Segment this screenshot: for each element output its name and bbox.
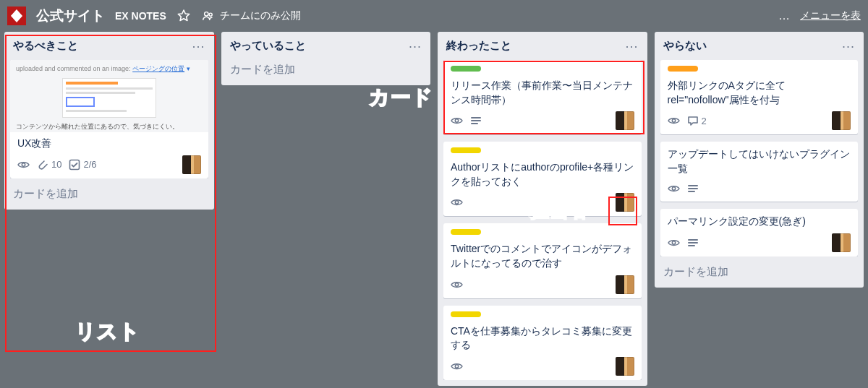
label-green[interactable]	[451, 66, 481, 72]
visibility-label: チームにのみ公開	[220, 9, 301, 22]
watch-badge	[451, 361, 463, 372]
watch-badge	[451, 279, 463, 290]
member-avatar[interactable]	[182, 155, 201, 174]
board-canvas: やるべきこと ··· uploaded and commented on an …	[0, 32, 868, 388]
cover-caption: uploaded and commented on an image:	[16, 65, 131, 72]
eye-icon	[451, 361, 463, 372]
card-title: 外部リンクのAタグに全てrel="nofollow"属性を付与	[668, 79, 851, 107]
eye-icon	[451, 279, 463, 290]
watch-badge	[668, 183, 680, 194]
eye-icon	[668, 183, 680, 194]
label-yellow[interactable]	[451, 229, 481, 235]
add-card-button[interactable]: カードを追加	[660, 262, 859, 282]
label-yellow[interactable]	[451, 147, 481, 153]
description-badge	[687, 237, 699, 249]
team-icon	[201, 9, 216, 23]
show-menu-button[interactable]: メニューを表	[800, 9, 861, 22]
member-avatar[interactable]	[616, 275, 634, 294]
app-logo[interactable]	[7, 7, 26, 25]
comments-badge: 2	[687, 115, 707, 126]
card-plugins[interactable]: アップデートしてはいけないプラグイン一覧	[660, 142, 859, 202]
member-avatar[interactable]	[832, 111, 851, 130]
list-menu-button[interactable]: ···	[409, 43, 422, 50]
card-title: UX改善	[17, 137, 201, 151]
description-icon	[687, 183, 699, 194]
comment-icon	[687, 115, 699, 126]
checklist-badge: 2/6	[69, 159, 96, 171]
star-icon[interactable]	[176, 9, 191, 23]
board-title[interactable]: 公式サイト	[36, 7, 105, 25]
list-never: やらない ··· 外部リンクのAタグに全てrel="nofollow"属性を付与…	[655, 32, 864, 288]
list-done: 終わったこと ··· リリース作業（事前作業〜当日メンテナンス時間帯） Auth…	[438, 32, 647, 386]
ex-notes-link[interactable]: EX NOTES	[115, 10, 166, 22]
card-author[interactable]: Authorリストにauthorのprofile+各種リンクを貼っておく	[443, 142, 642, 216]
list-doing: やっていること ··· カードを追加	[221, 32, 431, 85]
card-title: Twitterでのコメントでアイコンがデフォルトになってるので治す	[451, 242, 634, 270]
description-icon	[470, 115, 482, 126]
eye-icon	[17, 159, 30, 171]
eye-icon	[668, 237, 680, 249]
card-title: Authorリストにauthorのprofile+各種リンクを貼っておく	[451, 160, 634, 189]
list-title[interactable]: やるべきこと	[13, 39, 78, 53]
list-menu-button[interactable]: ···	[625, 43, 638, 50]
card-title: リリース作業（事前作業〜当日メンテナンス時間帯）	[451, 79, 634, 107]
list-menu-button[interactable]: ···	[192, 43, 205, 50]
card-cta[interactable]: CTAを仕事募集からタレコミ募集に変更する	[443, 306, 642, 380]
watch-badge	[17, 159, 30, 171]
member-avatar[interactable]	[616, 357, 634, 376]
list-title[interactable]: やらない	[663, 39, 707, 53]
card-title: CTAを仕事募集からタレコミ募集に変更する	[451, 324, 634, 353]
card-ux[interactable]: uploaded and commented on an image: ページン…	[10, 60, 208, 178]
list-title[interactable]: 終わったこと	[446, 39, 511, 53]
watch-badge	[668, 115, 680, 126]
checklist-icon	[69, 159, 80, 171]
paperclip-icon	[37, 159, 48, 171]
header-dots: …	[778, 9, 790, 22]
list-menu-button[interactable]: ···	[842, 43, 855, 50]
eye-icon	[668, 115, 680, 126]
watch-badge	[668, 237, 680, 249]
board-header: 公式サイト EX NOTES チームにのみ公開 … メニューを表	[0, 0, 868, 32]
description-icon	[687, 237, 699, 249]
eye-icon	[451, 115, 463, 126]
attachments-badge: 10	[37, 159, 61, 171]
member-avatar[interactable]	[616, 111, 634, 130]
card-twitter[interactable]: Twitterでのコメントでアイコンがデフォルトになってるので治す	[443, 223, 642, 298]
description-badge	[470, 115, 482, 126]
cover-link: ページングの位置	[132, 65, 184, 72]
description-badge	[687, 183, 699, 194]
add-card-button[interactable]: カードを追加	[227, 60, 425, 79]
list-title[interactable]: やっていること	[230, 39, 306, 53]
card-permalink[interactable]: パーマリンク設定の変更(急ぎ)	[660, 209, 859, 256]
card-nofollow[interactable]: 外部リンクのAタグに全てrel="nofollow"属性を付与 2	[660, 60, 859, 134]
card-cover: uploaded and commented on an image: ページン…	[10, 60, 208, 132]
card-release[interactable]: リリース作業（事前作業〜当日メンテナンス時間帯）	[443, 60, 642, 134]
list-todo: やるべきこと ··· uploaded and commented on an …	[4, 32, 214, 210]
eye-icon	[451, 197, 463, 208]
member-avatar[interactable]	[616, 193, 634, 212]
cover-footnote: コンテンツから離れた位置にあるので、気づきにくい。	[16, 122, 203, 132]
watch-badge	[451, 115, 463, 126]
card-title: パーマリンク設定の変更(急ぎ)	[668, 215, 851, 229]
label-orange[interactable]	[668, 66, 698, 72]
card-title: アップデートしてはいけないプラグイン一覧	[668, 147, 851, 176]
visibility-button[interactable]: チームにのみ公開	[201, 9, 301, 23]
add-card-button[interactable]: カードを追加	[10, 184, 208, 204]
label-yellow[interactable]	[451, 311, 481, 317]
member-avatar[interactable]	[832, 233, 851, 252]
watch-badge	[451, 197, 463, 208]
